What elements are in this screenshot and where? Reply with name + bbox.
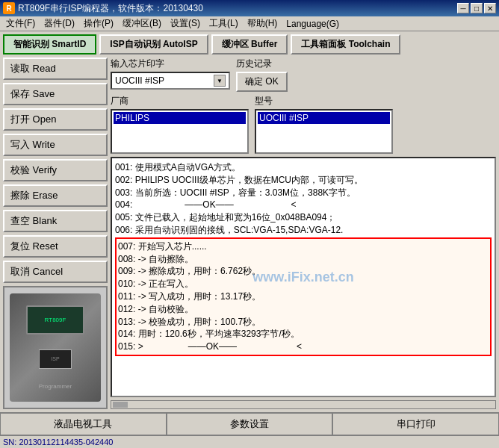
log-line-008: 008: -> 自动擦除。 xyxy=(118,253,489,266)
chip-combo-arrow[interactable]: ▼ xyxy=(214,75,226,87)
chip-input-value: UOCIII #ISP xyxy=(115,75,164,86)
maximize-button[interactable]: □ xyxy=(471,3,483,13)
bottom-bar: 液晶电视工具 参数设置 串口打印 xyxy=(0,412,499,435)
open-button[interactable]: 打开 Open xyxy=(3,108,108,131)
blank-button[interactable]: 查空 Blank xyxy=(3,210,108,232)
scroll-thumb[interactable] xyxy=(113,402,128,408)
cancel-button[interactable]: 取消 Cancel xyxy=(3,261,108,283)
log-line-009: 009: -> 擦除成功，用时：6.762秒。 xyxy=(118,265,489,278)
right-panel: 输入芯片印字 UOCIII #ISP ▼ 历史记录 确定 OK xyxy=(111,57,496,409)
model-selected[interactable]: UOCIII #ISP xyxy=(258,112,390,124)
log-line-015: 015: > ——OK—— < xyxy=(118,340,489,353)
history-row: 确定 OK xyxy=(236,72,288,92)
horizontal-scrollbar[interactable] xyxy=(111,400,496,409)
menu-help[interactable]: 帮助(H) xyxy=(243,16,282,31)
read-button[interactable]: 读取 Read xyxy=(3,57,108,80)
menu-language[interactable]: Language(G) xyxy=(282,18,344,30)
save-button[interactable]: 保存 Save xyxy=(3,83,108,105)
log-line-005: 005: 文件已载入，起始地址和宽为16位_0x048BA094； xyxy=(115,211,492,224)
log-line-014: 014: 用时：120.6秒，平均速率3293字节/秒。 xyxy=(118,328,489,340)
chip-input-label: 输入芯片印字 xyxy=(111,57,230,70)
chip-input-row: UOCIII #ISP ▼ xyxy=(111,72,230,90)
serial-print-button[interactable]: 串口打印 xyxy=(332,413,499,435)
manufacturer-label: 厂商 xyxy=(111,95,249,108)
window-title: RT809F串行ISP编程器，软件版本：20130430 xyxy=(18,2,203,15)
log-line-007: 007: 开始写入芯片...... xyxy=(118,240,489,253)
model-label: 型号 xyxy=(255,95,393,108)
ok-button[interactable]: 确定 OK xyxy=(236,72,288,92)
model-listbox[interactable]: UOCIII #ISP xyxy=(255,109,393,154)
status-bar: SN: 20130112114435-042440 xyxy=(0,435,499,448)
form-area: 输入芯片印字 UOCIII #ISP ▼ 历史记录 确定 OK xyxy=(111,57,496,92)
reset-button[interactable]: 复位 Reset xyxy=(3,235,108,258)
menu-file[interactable]: 文件(F) xyxy=(1,16,40,31)
history-section: 历史记录 确定 OK xyxy=(236,57,288,92)
menu-buffer[interactable]: 缓冲区(B) xyxy=(118,16,166,31)
menu-device[interactable]: 器件(D) xyxy=(40,16,79,31)
device-chip: ISP xyxy=(39,349,72,370)
log-line-013: 013: -> 校验成功，用时：100.7秒。 xyxy=(118,316,489,329)
params-button[interactable]: 参数设置 xyxy=(167,413,333,435)
top-tabs: 智能识别 SmartID ISP自动识别 AutoISP 缓冲区 Buffer … xyxy=(0,31,499,55)
status-text: SN: 20130112114435-042440 xyxy=(3,438,113,447)
log-line-010: 010: -> 正在写入。 xyxy=(118,278,489,290)
tab-toolchain[interactable]: 工具箱面板 Toolchain xyxy=(291,34,400,55)
log-highlight-group: 007: 开始写入芯片......008: -> 自动擦除。009: -> 擦除… xyxy=(115,237,492,356)
workspace: 读取 Read 保存 Save 打开 Open 写入 Write 校验 Veri… xyxy=(0,55,499,412)
tab-buffer[interactable]: 缓冲区 Buffer xyxy=(211,34,288,55)
menu-operation[interactable]: 操作(P) xyxy=(79,16,118,31)
erase-button[interactable]: 擦除 Erase xyxy=(3,184,108,207)
device-image: RT809F ISP Programmer xyxy=(3,286,108,409)
menu-bar: 文件(F) 器件(D) 操作(P) 缓冲区(B) 设置(S) 工具(L) 帮助(… xyxy=(0,16,499,31)
chip-input-combo[interactable]: UOCIII #ISP ▼ xyxy=(111,72,230,90)
lcd-tool-button[interactable]: 液晶电视工具 xyxy=(0,413,167,435)
tab-autoisp[interactable]: ISP自动识别 AutoISP xyxy=(99,34,208,55)
close-button[interactable]: ✕ xyxy=(484,3,496,13)
minimize-button[interactable]: ─ xyxy=(457,3,469,13)
device-screen: RT809F xyxy=(26,305,84,335)
manufacturer-selected[interactable]: PHILIPS xyxy=(114,112,246,124)
log-line-002: 002: PHILIPS UOCIII级单芯片，数据在MCU内部，可读可写。 xyxy=(115,174,492,187)
log-line-006: 006: 采用自动识别固的接线，SCL:VGA-15,SDA:VGA-12. xyxy=(115,224,492,237)
title-bar: R RT809F串行ISP编程器，软件版本：20130430 ─ □ ✕ xyxy=(0,0,499,16)
title-bar-text: R RT809F串行ISP编程器，软件版本：20130430 xyxy=(3,2,203,15)
manufacturer-listbox[interactable]: PHILIPS xyxy=(111,109,249,154)
menu-settings[interactable]: 设置(S) xyxy=(166,16,205,31)
history-label: 历史记录 xyxy=(236,57,288,70)
write-button[interactable]: 写入 Write xyxy=(3,134,108,156)
app-icon: R xyxy=(3,2,15,14)
model-section: 型号 UOCIII #ISP xyxy=(255,95,393,154)
mfr-model-row: 厂商 PHILIPS 型号 UOCIII #ISP xyxy=(111,95,496,154)
left-panel: 读取 Read 保存 Save 打开 Open 写入 Write 校验 Veri… xyxy=(3,57,108,409)
log-line-012: 012: -> 自动校验。 xyxy=(118,303,489,316)
log-line-001: 001: 使用模式A自动VGA方式。 xyxy=(115,161,492,174)
log-line-003: 003: 当前所选：UOCIII #ISP，容量：3.03M位，388K字节。 xyxy=(115,187,492,199)
log-line-004: 004: ——OK—— < xyxy=(115,199,492,211)
menu-tools[interactable]: 工具(L) xyxy=(205,16,243,31)
log-line-011: 011: -> 写入成功，用时：13.17秒。 xyxy=(118,290,489,303)
tab-smartid[interactable]: 智能识别 SmartID xyxy=(3,34,96,55)
log-area: www.iFix.net.cn 001: 使用模式A自动VGA方式。002: P… xyxy=(111,157,496,397)
manufacturer-section: 厂商 PHILIPS xyxy=(111,95,249,154)
title-bar-buttons: ─ □ ✕ xyxy=(457,3,496,13)
verify-button[interactable]: 校验 Verify xyxy=(3,159,108,181)
chip-input-section: 输入芯片印字 UOCIII #ISP ▼ xyxy=(111,57,230,90)
device-illustration: RT809F ISP Programmer xyxy=(10,293,101,402)
device-label: Programmer xyxy=(39,383,72,390)
main-content: 智能识别 SmartID ISP自动识别 AutoISP 缓冲区 Buffer … xyxy=(0,31,499,448)
